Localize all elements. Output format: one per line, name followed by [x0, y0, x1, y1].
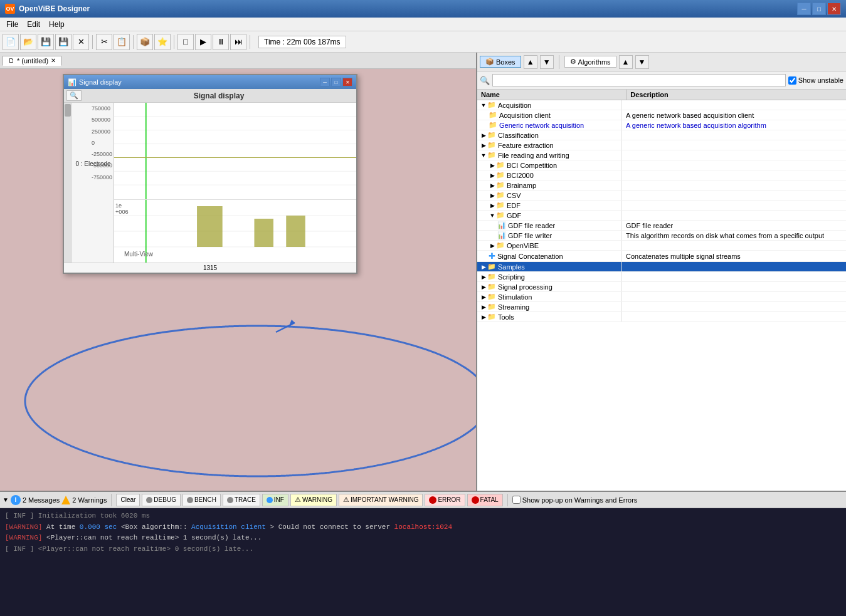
algorithms-tab[interactable]: ⚙ Algorithms — [564, 56, 616, 68]
xaxis-value: 1315 — [203, 264, 217, 271]
tree-row-bci-comp[interactable]: ▶ 📁 BCI Competition — [477, 160, 846, 170]
signal-minimize[interactable]: ─ — [320, 78, 330, 86]
feature-folder-icon: 📁 — [487, 141, 496, 149]
search-input[interactable] — [492, 74, 786, 86]
svg-rect-14 — [254, 219, 273, 247]
tb-copy[interactable]: 📋 — [114, 34, 130, 50]
close-button[interactable]: ✕ — [827, 3, 841, 15]
classification-arrow: ▶ — [480, 132, 487, 138]
edf-folder-icon: 📁 — [496, 201, 505, 209]
tb-new[interactable]: 📄 — [3, 34, 19, 50]
tree-row-openvibe[interactable]: ▶ 📁 OpenViBE — [477, 241, 846, 251]
menu-help[interactable]: Help — [45, 19, 68, 29]
boxes-tab[interactable]: 📦 Boxes — [480, 56, 521, 68]
menu-edit[interactable]: Edit — [23, 19, 44, 29]
signal-concat-icon: ✚ — [489, 251, 495, 261]
clear-button[interactable]: Clear — [116, 494, 140, 506]
tree-row-stimulation[interactable]: ▶ 📁 Stimulation — [477, 292, 846, 302]
tree-row-generic-network[interactable]: 📁 Generic network acquisition A generic … — [477, 120, 846, 130]
log-inf-2: [ INF ] <Player::can not reach realtime>… — [5, 545, 253, 553]
tree-row-gdf-reader[interactable]: 📊 GDF file reader GDF file reader — [477, 221, 846, 231]
tb-save-as[interactable]: 💾 — [55, 34, 71, 50]
tree-row-feature[interactable]: ▶ 📁 Feature extraction — [477, 140, 846, 150]
minimize-button[interactable]: ─ — [797, 3, 811, 15]
tree-area[interactable]: ▼ 📁 Acquisition 📁 Acquisition client A g… — [477, 100, 846, 491]
tree-row-tools[interactable]: ▶ 📁 Tools — [477, 312, 846, 322]
tab-untitled[interactable]: 🗋 * (untitled) ✕ — [3, 56, 61, 66]
tree-row-csv[interactable]: ▶ 📁 CSV — [477, 191, 846, 201]
show-popup-checkbox[interactable] — [512, 496, 521, 504]
tb-stop[interactable]: □ — [177, 34, 194, 50]
important-warning-button[interactable]: ⚠ IMPORTANT WARNING — [339, 494, 423, 506]
tools-label: Tools — [498, 313, 514, 321]
tree-row-edf[interactable]: ▶ 📁 EDF — [477, 201, 846, 211]
remove-algo-btn[interactable]: ▼ — [635, 55, 649, 69]
canvas-area[interactable]: 🗋 * (untitled) ✕ 📊 Signal display — [0, 53, 476, 491]
tb-open[interactable]: 📂 — [20, 34, 36, 50]
tb-play[interactable]: ▶ — [195, 34, 211, 50]
tb-close[interactable]: ✕ — [73, 34, 89, 50]
tree-row-gdf[interactable]: ▼ 📁 GDF — [477, 211, 846, 221]
tree-row-file-rw[interactable]: ▼ 📁 File reading and writing — [477, 150, 846, 160]
tb-save[interactable]: 💾 — [38, 34, 54, 50]
tree-row-scripting[interactable]: ▶ 📁 Scripting — [477, 272, 846, 282]
acquisition-folder-icon: 📁 — [487, 101, 496, 109]
menu-file[interactable]: File — [3, 19, 22, 29]
tree-row-acq-client[interactable]: 📁 Acquisition client A generic network b… — [477, 110, 846, 120]
tb-pkg[interactable]: 📦 — [137, 34, 153, 50]
show-unstable-checkbox[interactable] — [788, 76, 796, 85]
remove-box-btn[interactable]: ▼ — [540, 55, 554, 69]
error-button[interactable]: ERROR — [425, 494, 465, 506]
bottom-collapse-icon[interactable]: ▼ — [3, 496, 9, 503]
tree-row-signal-concat[interactable]: ✚ Signal Concatenation Concatenates mult… — [477, 251, 846, 262]
svg-rect-13 — [197, 206, 223, 247]
tree-row-classification[interactable]: ▶ 📁 Classification — [477, 130, 846, 140]
tb-star[interactable]: ⭐ — [154, 34, 171, 50]
gdf-writer-label: GDF file writer — [508, 232, 552, 239]
debug-button[interactable]: DEBUG — [142, 494, 181, 506]
search-bar: 🔍 Show unstable — [477, 71, 846, 90]
warning-label: WARNING — [302, 496, 332, 503]
tree-row-bci2000[interactable]: ▶ 📁 BCI2000 — [477, 170, 846, 180]
tree-row-streaming[interactable]: ▶ 📁 Streaming — [477, 302, 846, 312]
maximize-button[interactable]: □ — [812, 3, 826, 15]
tb-cut[interactable]: ✂ — [96, 34, 112, 50]
bench-icon — [187, 497, 193, 503]
fatal-button[interactable]: FATAL — [467, 494, 503, 506]
yaxis-250000: 250000 — [92, 128, 112, 135]
inf-icon — [267, 497, 273, 503]
tree-row-signal-processing[interactable]: ▶ 📁 Signal processing — [477, 282, 846, 292]
tb-next[interactable]: ⏭ — [230, 34, 246, 50]
chart-svg-upper — [114, 103, 356, 199]
tree-row-samples[interactable]: ▶ 📁 Samples — [477, 262, 846, 272]
signal-window-titlebar[interactable]: 📊 Signal display ─ □ ✕ — [64, 75, 356, 89]
tab-close-icon[interactable]: ✕ — [51, 57, 56, 64]
inf-button[interactable]: INF — [262, 494, 288, 506]
signal-close[interactable]: ✕ — [342, 78, 352, 86]
signal-maximize[interactable]: □ — [331, 78, 341, 86]
debug-icon — [146, 497, 152, 503]
trace-icon — [227, 497, 233, 503]
file-rw-folder-icon: 📁 — [487, 151, 496, 159]
gdf-reader-icon: 📊 — [497, 221, 506, 229]
trace-button[interactable]: TRACE — [223, 494, 260, 506]
generic-net-icon: 📁 — [489, 121, 497, 129]
zoom-btn[interactable]: 🔍 — [66, 90, 82, 101]
warning-button[interactable]: ⚠ WARNING — [290, 494, 337, 506]
tree-row-brainamp[interactable]: ▶ 📁 Brainamp — [477, 180, 846, 191]
right-toolbar: 📦 Boxes ▲ ▼ ⚙ Algorithms ▲ ▼ — [477, 53, 846, 71]
tree-row-gdf-writer[interactable]: 📊 GDF file writer This algorithm records… — [477, 231, 846, 241]
log-content[interactable]: [ INF ] Initialization took 6020 ms [WAR… — [0, 508, 846, 616]
add-algo-btn[interactable]: ▲ — [619, 55, 633, 69]
yaxis-neg750000: -750000 — [92, 174, 112, 180]
log-warn-acq: Acquisition client — [191, 523, 266, 531]
tools-folder-icon: 📁 — [487, 313, 496, 321]
warnings-icon — [61, 496, 70, 504]
bci2000-folder-icon: 📁 — [496, 171, 505, 179]
file-rw-arrow: ▼ — [480, 152, 487, 159]
yaxis-500000: 500000 — [92, 117, 112, 123]
tb-pause[interactable]: ⏸ — [213, 34, 229, 50]
tree-row-acquisition[interactable]: ▼ 📁 Acquisition — [477, 100, 846, 110]
bench-button[interactable]: BENCH — [182, 494, 221, 506]
add-box-btn[interactable]: ▲ — [524, 55, 537, 69]
